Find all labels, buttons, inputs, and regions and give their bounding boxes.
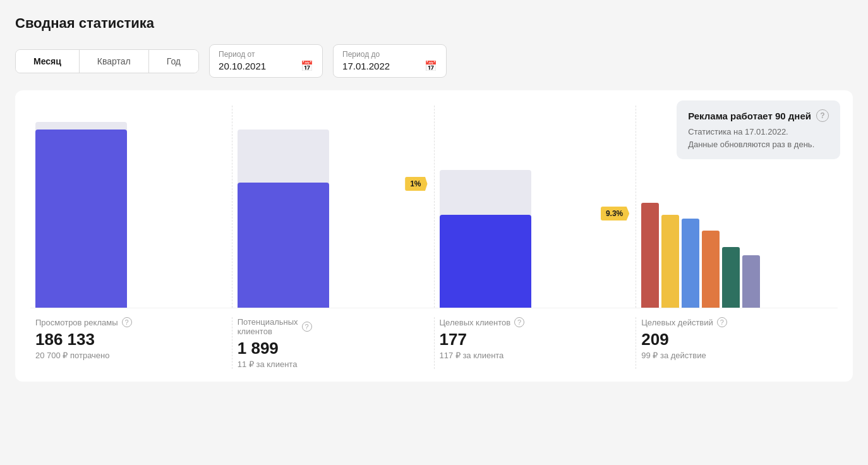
chart-section-potential: 1% xyxy=(232,106,435,308)
period-tabs: Месяц Квартал Год xyxy=(15,49,199,73)
period-to-field[interactable]: Период до 17.01.2022 📅 xyxy=(333,44,447,78)
metric-target-label: Целевых клиентов xyxy=(440,318,511,327)
info-tooltip: Реклама работает 90 дней ? Статистика на… xyxy=(677,100,840,159)
tab-quarter[interactable]: Квартал xyxy=(80,50,149,73)
metric-views-value: 186 133 xyxy=(35,330,227,349)
tooltip-title: Реклама работает 90 дней xyxy=(688,111,811,121)
metrics-row: Просмотров рекламы ? 186 133 20 700 ₽ по… xyxy=(30,308,838,369)
chart-section-target: 9.3% xyxy=(435,106,637,308)
period-from-field[interactable]: Период от 20.10.2021 📅 xyxy=(209,44,323,78)
metric-potential: Потенциальныхклиентов ? 1 899 11 ₽ за кл… xyxy=(232,317,435,369)
metric-views-help-icon[interactable]: ? xyxy=(122,317,132,327)
metric-target-value: 177 xyxy=(440,330,631,349)
metric-actions-sub: 99 ₽ за действие xyxy=(641,351,833,360)
calendar-from-icon: 📅 xyxy=(301,60,313,72)
metric-actions-label: Целевых действий xyxy=(641,318,713,327)
tooltip-help-icon[interactable]: ? xyxy=(816,109,829,122)
metric-views-sub: 20 700 ₽ потрачено xyxy=(35,351,227,360)
page-title: Сводная статистика xyxy=(15,15,853,32)
period-from-label: Период от xyxy=(219,50,313,59)
metric-target-sub: 117 ₽ за клиента xyxy=(440,351,631,360)
metric-potential-help-icon[interactable]: ? xyxy=(302,322,312,332)
period-to-value: 17.01.2022 xyxy=(342,61,390,71)
period-from-value: 20.10.2021 xyxy=(219,61,266,71)
tooltip-line1: Статистика на 17.01.2022. xyxy=(688,127,788,136)
tooltip-line2: Данные обновляются раз в день. xyxy=(688,140,814,149)
tab-year[interactable]: Год xyxy=(149,50,198,73)
chart-section-views xyxy=(30,106,232,308)
metric-views-label: Просмотров рекламы xyxy=(35,318,118,327)
metric-potential-value: 1 899 xyxy=(238,339,429,358)
metric-actions-help-icon[interactable]: ? xyxy=(717,317,727,327)
metric-actions-value: 209 xyxy=(641,330,833,349)
calendar-to-icon: 📅 xyxy=(425,60,437,72)
tab-month[interactable]: Месяц xyxy=(16,50,80,73)
chart-card: Реклама работает 90 дней ? Статистика на… xyxy=(15,90,853,382)
controls-row: Месяц Квартал Год Период от 20.10.2021 📅… xyxy=(15,44,853,78)
conversion-badge-target: 9.3% xyxy=(601,207,629,220)
metric-potential-label: Потенциальныхклиентов xyxy=(238,317,298,336)
metric-actions: Целевых действий ? 209 99 ₽ за действие xyxy=(636,317,838,369)
metric-target: Целевых клиентов ? 177 117 ₽ за клиента xyxy=(435,317,637,369)
conversion-badge-potential: 1% xyxy=(405,177,427,191)
metric-potential-sub: 11 ₽ за клиента xyxy=(238,359,429,369)
period-to-label: Период до xyxy=(342,50,437,59)
metric-target-help-icon[interactable]: ? xyxy=(514,317,524,327)
metric-views: Просмотров рекламы ? 186 133 20 700 ₽ по… xyxy=(30,317,232,369)
